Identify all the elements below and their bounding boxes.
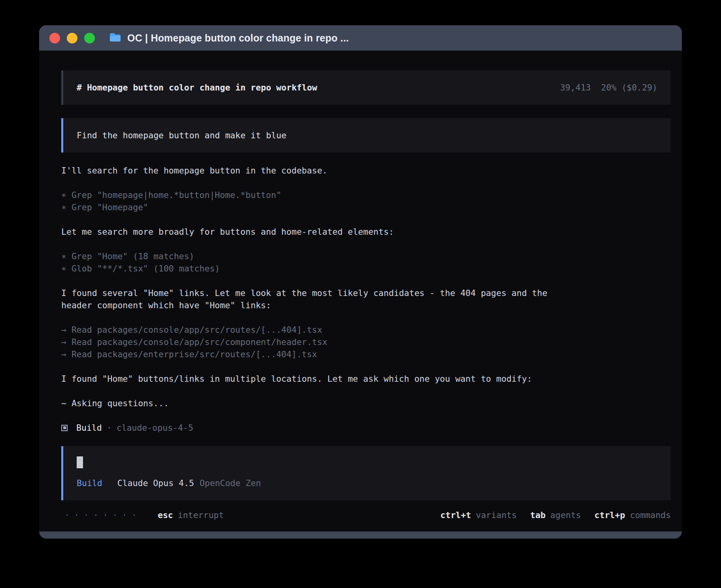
hint-variants: variants [476,509,517,521]
tool-call-line: → Read packages/enterprise/src/routes/[.… [61,348,567,360]
tool-call-line: ∗ Grep "Homepage" [61,201,567,213]
prompt-input[interactable]: Build Claude Opus 4.5 OpenCode Zen [61,446,671,500]
model-row: Build Claude Opus 4.5 OpenCode Zen [77,477,657,489]
user-message-text: Find the homepage button and make it blu… [77,130,287,140]
square-dot-icon [61,425,68,431]
agent-name: Build [76,422,102,434]
hint-agents: agents [550,509,581,521]
assistant-text-line: I found several "Home" links. Let me loo… [61,287,567,311]
agent-separator: · [107,422,112,434]
agent-status-line: Build · claude-opus-4-5 [61,422,671,434]
tool-call-line: ∗ Grep "homepage|home.*button|Home.*butt… [61,189,567,201]
session-title: # Homepage button color change in repo w… [77,81,317,94]
keybind-variants: ctrl+t variants [440,509,517,521]
minimize-button[interactable] [67,33,77,43]
hint-commands: commands [630,509,671,521]
folder-icon [109,32,121,44]
hint-interrupt: interrupt [178,509,224,521]
assistant-text-line: I'll search for the homepage button in t… [61,164,567,177]
status-text-line: ~ Asking questions... [61,397,567,409]
close-button[interactable] [49,33,60,43]
title-group: OC | Homepage button color change in rep… [109,32,349,44]
model-label: Claude Opus 4.5 [117,477,194,489]
keybind-agents: tab agents [530,509,581,521]
status-right: ctrl+t variants tab agents ctrl+p comman… [427,509,671,521]
kbd-esc: esc [158,509,173,521]
busy-indicator: ········ [64,509,141,521]
terminal-content: # Homepage button color change in repo w… [39,51,682,531]
status-bar: ········ esc interrupt ctrl+t variants t… [61,509,671,521]
token-count: 39,413 [560,81,591,94]
kbd-tab: tab [530,509,545,521]
provider-label: OpenCode Zen [200,477,261,489]
tool-call-line: → Read packages/console/app/src/componen… [61,336,567,348]
tool-call-line: ∗ Glob "**/*.tsx" (100 matches) [61,262,567,275]
agent-model: claude-opus-4-5 [117,422,193,434]
assistant-text-line: Let me search more broadly for buttons a… [61,226,567,238]
session-header: # Homepage button color change in repo w… [61,70,671,105]
keybind-esc: esc interrupt [158,509,224,521]
keybind-commands: ctrl+p commands [595,509,671,521]
context-usage: 20% ($0.29) [601,81,657,94]
zoom-button[interactable] [84,33,95,43]
kbd-ctrl-t: ctrl+t [440,509,471,521]
mode-label: Build [77,477,102,489]
window-title: OC | Homepage button color change in rep… [127,32,349,44]
transcript: I'll search for the homepage button in t… [61,164,671,434]
status-left: ········ esc interrupt [64,509,224,521]
tool-call-line: → Read packages/console/app/src/routes/[… [61,324,567,336]
assistant-text-line: I found "Home" buttons/links in multiple… [61,373,567,385]
kbd-ctrl-p: ctrl+p [595,509,625,521]
user-message: Find the homepage button and make it blu… [61,118,671,153]
session-meta: 39,413 20% ($0.29) [560,81,657,94]
traffic-lights [49,33,95,43]
titlebar: OC | Homepage button color change in rep… [39,25,682,51]
tool-call-line: ∗ Grep "Home" (18 matches) [61,250,567,262]
terminal-window: OC | Homepage button color change in rep… [39,25,682,539]
text-cursor [77,456,83,468]
